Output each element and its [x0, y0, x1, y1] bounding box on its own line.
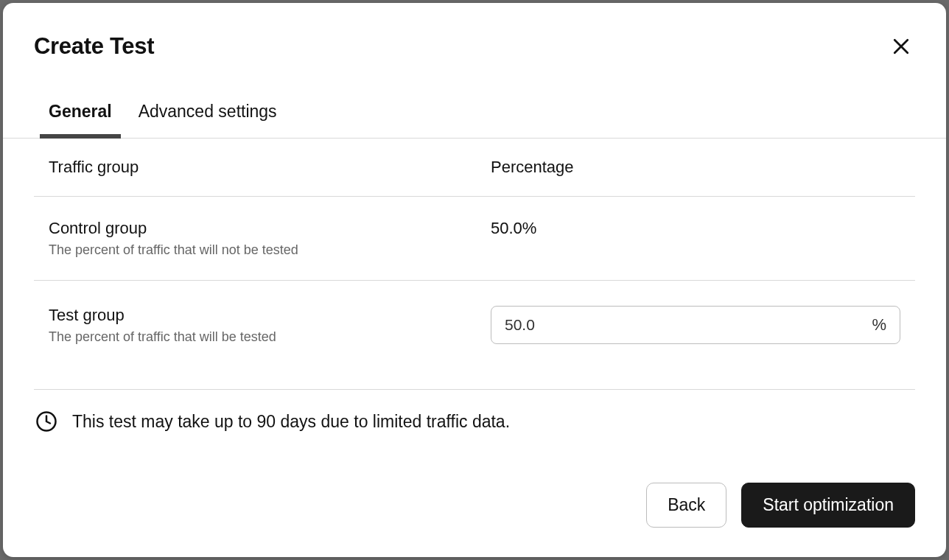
tab-advanced-settings[interactable]: Advanced settings [139, 102, 277, 138]
column-header-percentage: Percentage [491, 158, 900, 177]
back-button[interactable]: Back [646, 483, 726, 528]
control-group-desc: The percent of traffic that will not be … [49, 242, 491, 258]
test-group-row: Test group The percent of traffic that w… [34, 281, 915, 390]
modal-footer: Back Start optimization [3, 483, 946, 557]
close-icon [890, 35, 912, 57]
control-group-row: Control group The percent of traffic tha… [34, 197, 915, 281]
percent-suffix: % [872, 315, 886, 335]
test-group-percentage-input[interactable] [505, 316, 866, 334]
duration-notice: This test may take up to 90 days due to … [34, 390, 915, 453]
modal-title: Create Test [34, 33, 154, 60]
duration-notice-text: This test may take up to 90 days due to … [72, 412, 510, 432]
tabs: General Advanced settings [3, 102, 946, 139]
test-group-title: Test group [49, 306, 491, 325]
table-header-row: Traffic group Percentage [34, 139, 915, 197]
create-test-modal: Create Test General Advanced settings Tr… [3, 3, 946, 557]
clock-icon [35, 410, 57, 433]
tab-general[interactable]: General [49, 102, 112, 138]
modal-header: Create Test [3, 3, 946, 60]
modal-content: Traffic group Percentage Control group T… [3, 139, 946, 453]
close-button[interactable] [887, 32, 915, 60]
column-header-traffic-group: Traffic group [49, 158, 491, 177]
control-group-percentage: 50.0% [491, 219, 900, 238]
control-group-title: Control group [49, 219, 491, 238]
start-optimization-button[interactable]: Start optimization [741, 483, 915, 528]
test-group-desc: The percent of traffic that will be test… [49, 329, 491, 345]
test-group-input-wrapper: % [491, 306, 900, 344]
